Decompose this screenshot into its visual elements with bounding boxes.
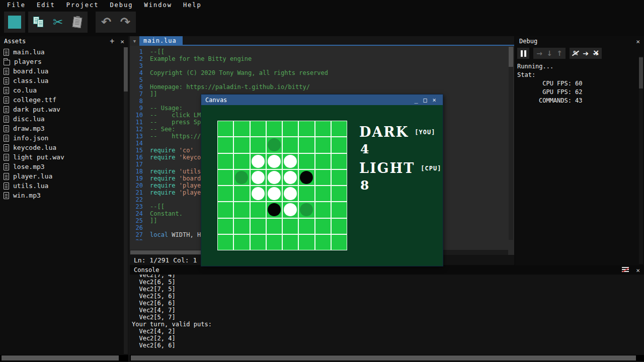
board-cell[interactable]	[234, 186, 249, 201]
board-cell[interactable]	[299, 137, 314, 152]
asset-item-light-put-wav[interactable]: light put.wav	[0, 152, 123, 162]
run-button[interactable]	[5, 13, 24, 32]
board-cell[interactable]	[267, 121, 282, 136]
board-cell[interactable]	[332, 170, 347, 185]
cut-button[interactable]: ✂	[48, 13, 67, 32]
board-cell[interactable]	[234, 170, 249, 185]
menu-item-edit[interactable]: Edit	[37, 2, 55, 9]
asset-item-utils-lua[interactable]: utils.lua	[0, 181, 123, 191]
tab-dropdown-button[interactable]: ▼	[130, 36, 139, 46]
board-cell[interactable]	[267, 202, 282, 217]
board-cell[interactable]	[234, 154, 249, 169]
board-cell[interactable]	[283, 154, 298, 169]
board-cell[interactable]	[267, 170, 282, 185]
menu-item-debug[interactable]: Debug	[110, 2, 133, 9]
debug-vertical-scrollbar[interactable]	[639, 56, 643, 264]
menu-item-file[interactable]: File	[7, 2, 26, 9]
console-output[interactable]: Vec2[7, 4] Vec2[6, 5] Vec2[7, 5] Vec2[5,…	[132, 275, 635, 354]
board-cell[interactable]	[283, 121, 298, 136]
board-cell[interactable]	[299, 219, 314, 234]
clear-console-icon[interactable]	[622, 267, 629, 273]
add-asset-button[interactable]: +	[110, 37, 114, 46]
board-cell[interactable]	[299, 154, 314, 169]
board-cell[interactable]	[218, 170, 233, 185]
board-cell[interactable]	[251, 219, 266, 234]
undo-button[interactable]: ↶	[97, 13, 116, 32]
board-cell[interactable]	[315, 170, 331, 185]
asset-item-win-mp3[interactable]: win.mp3	[0, 191, 123, 200]
asset-item-player-lua[interactable]: player.lua	[0, 171, 123, 181]
board-cell[interactable]	[251, 202, 266, 217]
board-cell[interactable]	[283, 235, 298, 250]
board-cell[interactable]	[315, 235, 331, 250]
board-cell[interactable]	[267, 154, 282, 169]
board-cell[interactable]	[234, 121, 249, 136]
board-cell[interactable]	[332, 137, 347, 152]
debug-close-button[interactable]: ×	[636, 38, 640, 45]
board-cell[interactable]	[332, 235, 347, 250]
board-cell[interactable]	[332, 202, 347, 217]
board-cell[interactable]	[267, 235, 282, 250]
step-over-button[interactable]: →	[534, 48, 544, 58]
board-cell[interactable]	[234, 219, 249, 234]
board-cell[interactable]	[283, 219, 298, 234]
board-cell[interactable]	[251, 154, 266, 169]
board-cell[interactable]	[218, 202, 233, 217]
board-cell[interactable]	[218, 235, 233, 250]
board-cell[interactable]	[218, 154, 233, 169]
toggle-breakpoint-button[interactable]: ✎	[571, 48, 581, 58]
board-cell[interactable]	[332, 121, 347, 136]
board-cell[interactable]	[267, 186, 282, 201]
canvas-titlebar[interactable]: Canvas _ □ ×	[201, 95, 443, 105]
board-cell[interactable]	[299, 170, 314, 185]
board-cell[interactable]	[315, 219, 331, 234]
minimize-button[interactable]: _	[412, 97, 421, 104]
board-cell[interactable]	[315, 202, 331, 217]
asset-item-board-lua[interactable]: board.lua	[0, 66, 123, 76]
board-cell[interactable]	[315, 121, 331, 136]
board-cell[interactable]	[234, 137, 249, 152]
board-cell[interactable]	[234, 202, 249, 217]
board-cell[interactable]	[299, 202, 314, 217]
copy-button[interactable]	[29, 13, 48, 32]
board-cell[interactable]	[315, 154, 331, 169]
canvas-close-button[interactable]: ×	[430, 97, 439, 104]
continue-button[interactable]: ➔	[581, 48, 591, 58]
board-cell[interactable]	[283, 137, 298, 152]
editor-vertical-scrollbar[interactable]	[509, 47, 513, 240]
step-into-button[interactable]: ↓	[544, 48, 554, 58]
board-cell[interactable]	[283, 170, 298, 185]
asset-item-keycode-lua[interactable]: keycode.lua	[0, 143, 123, 152]
step-out-button[interactable]: ↑	[554, 48, 565, 58]
board-cell[interactable]	[299, 186, 314, 201]
console-close-button[interactable]: ×	[636, 266, 640, 274]
assets-vertical-scrollbar[interactable]	[124, 47, 128, 354]
pause-button[interactable]	[518, 48, 528, 58]
board-cell[interactable]	[251, 170, 266, 185]
board-cell[interactable]	[299, 235, 314, 250]
board-cell[interactable]	[218, 219, 233, 234]
board-cell[interactable]	[251, 121, 266, 136]
board-cell[interactable]	[267, 219, 282, 234]
asset-item-draw-mp3[interactable]: draw.mp3	[0, 124, 123, 133]
board-cell[interactable]	[315, 186, 331, 201]
paste-button[interactable]	[67, 13, 87, 32]
board-cell[interactable]	[251, 186, 266, 201]
board-cell[interactable]	[218, 186, 233, 201]
board-cell[interactable]	[251, 235, 266, 250]
menu-item-project[interactable]: Project	[66, 2, 99, 9]
menu-item-help[interactable]: Help	[183, 2, 202, 9]
board-cell[interactable]	[218, 137, 233, 152]
asset-item-main-lua[interactable]: main.lua	[0, 47, 123, 57]
maximize-button[interactable]: □	[421, 97, 430, 104]
board-cell[interactable]	[218, 121, 233, 136]
board-cell[interactable]	[234, 235, 249, 250]
board-cell[interactable]	[332, 186, 347, 201]
board-cell[interactable]	[251, 137, 266, 152]
asset-item-players[interactable]: players	[0, 57, 123, 66]
board-cell[interactable]	[315, 137, 331, 152]
board-cell[interactable]	[299, 121, 314, 136]
asset-item-lose-mp3[interactable]: lose.mp3	[0, 162, 123, 171]
asset-item-class-lua[interactable]: class.lua	[0, 76, 123, 85]
console-horizontal-scrollbar[interactable]	[130, 355, 644, 361]
